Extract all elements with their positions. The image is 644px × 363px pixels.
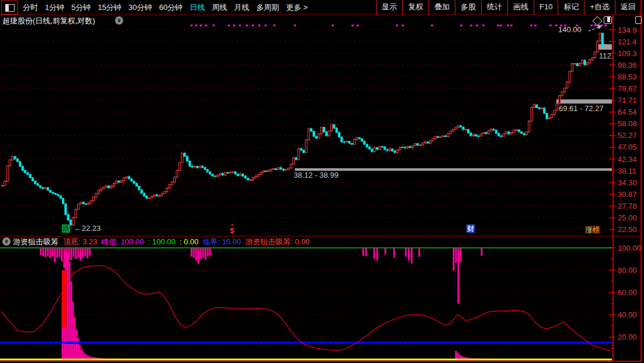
indicator-name[interactable]: 游资狙击吸筹 (13, 237, 58, 247)
chart-canvas[interactable]: 134.9121.4109.398.3688.5379.6771.7164.54… (0, 0, 644, 363)
svg-text:121.4: 121.4 (618, 37, 637, 46)
indicator-param-3: : 0.00 (180, 237, 199, 246)
svg-text:100.00: 100.00 (618, 244, 641, 253)
svg-text:38.11: 38.11 (618, 167, 636, 175)
indicator-param-4: 临界: 15.00 (203, 237, 241, 247)
svg-text:34.30: 34.30 (618, 178, 637, 187)
svg-text:27.78: 27.78 (618, 202, 637, 210)
svg-text:22.50: 22.50 (618, 225, 637, 234)
svg-text:58.08: 58.08 (618, 119, 637, 128)
indicator-param-0: 顶底: 3.23 (63, 237, 98, 247)
zone-112-label: 112. (599, 51, 613, 60)
svg-text:52.27: 52.27 (618, 131, 637, 140)
rank-list-badge[interactable]: 涨榜 (585, 226, 600, 234)
svg-text:88.53: 88.53 (618, 72, 637, 81)
svg-text:109.3: 109.3 (618, 49, 637, 58)
svg-text:40.00: 40.00 (618, 310, 637, 319)
svg-text:30.87: 30.87 (618, 190, 637, 199)
svg-text:25.00: 25.00 (618, 213, 637, 222)
svg-text:79.67: 79.67 (618, 84, 637, 93)
money-marker: ^$ (230, 224, 234, 233)
candlestick-series (1, 33, 603, 226)
indicator-param-2: : 100.00 (148, 237, 176, 246)
zone-69-label: 69.61 - 72.27 (559, 104, 604, 113)
corner-panel-icon[interactable] (635, 16, 642, 24)
finance-badge[interactable]: 财 (467, 224, 475, 233)
indicator-param-5: 游资狙击吸筹: 0.00 (245, 237, 310, 247)
high-price-label: 140.00 (558, 25, 582, 34)
main-axis: 134.9121.4109.398.3688.5379.6771.7164.54… (0, 0, 642, 361)
svg-text:20.00: 20.00 (618, 333, 637, 341)
svg-text:42.34: 42.34 (618, 155, 637, 164)
svg-text:71.71: 71.71 (618, 96, 637, 105)
indicator-curve (1, 266, 611, 351)
window-pane-icon[interactable] (604, 16, 612, 24)
svg-text:134.9: 134.9 (618, 26, 637, 34)
low-price-label: ←22.23 (74, 224, 101, 233)
svg-text:80.00: 80.00 (618, 266, 637, 275)
svg-text:98.36: 98.36 (618, 61, 637, 70)
svg-text:60.00: 60.00 (618, 288, 637, 297)
zone-38-label: 38.12 - 38.99 (294, 171, 339, 179)
svg-text:64.54: 64.54 (618, 108, 637, 116)
indicator-header: 游资狙击吸筹 顶底: 3.23峰值: 100.00: 100.00: 0.00临… (13, 237, 314, 247)
indicator-ref-lines (0, 248, 612, 359)
indicator-panel: 100.0080.0060.0040.0020.00 (0, 244, 641, 348)
indicator-param-1: 峰值: 100.00 (102, 237, 144, 247)
app-window: 134.9121.4109.398.3688.5379.6771.7164.54… (0, 0, 644, 363)
signal-dot-markers (190, 25, 607, 26)
svg-text:47.05: 47.05 (618, 143, 637, 151)
down-marker-badge: 跌 (62, 224, 70, 233)
